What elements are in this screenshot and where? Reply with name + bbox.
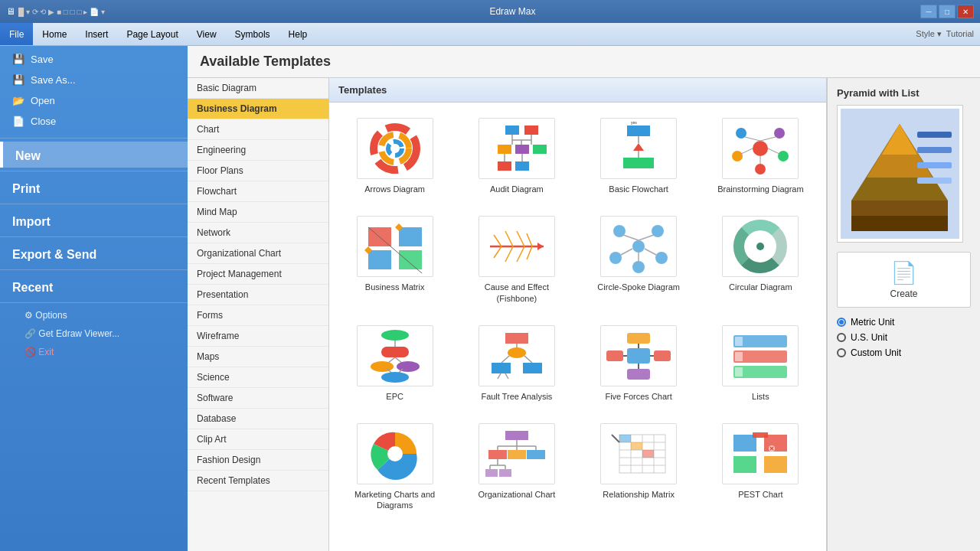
sidebar-exit[interactable]: 🚫 Exit [0,343,188,361]
template-circle-spoke[interactable]: Circle-Spoke Diagram [583,210,695,310]
menu-view[interactable]: View [188,23,226,45]
category-floor-plans[interactable]: Floor Plans [188,161,328,181]
template-audit-diagram[interactable]: Audit Diagram [460,112,573,201]
svg-line-80 [501,356,509,363]
svg-line-44 [517,231,524,246]
svg-line-56 [623,235,639,240]
custom-unit-dot [837,348,846,357]
menu-insert[interactable]: Insert [76,23,117,45]
category-flowchart[interactable]: Flowchart [188,181,328,202]
svg-rect-127 [631,442,642,450]
sidebar-new[interactable]: New [0,142,188,168]
template-fishbone[interactable]: Cause and Effect (Fishbone) [460,210,573,310]
sidebar-open[interactable]: 📂 Open [0,90,188,111]
menu-file[interactable]: File [0,23,33,45]
template-marketing[interactable]: Marketing Charts and Diagrams [338,417,451,517]
metric-unit-radio[interactable]: Metric Unit [837,317,971,328]
category-engineering[interactable]: Engineering [188,140,328,161]
category-fashion-design[interactable]: Fashion Design [188,450,328,471]
svg-line-59 [645,249,656,255]
template-arrows-diagram[interactable]: Arrows Diagram [338,112,451,201]
sidebar-save[interactable]: 💾 Save [0,49,188,70]
maximize-button[interactable]: □ [939,5,956,18]
template-org-chart[interactable]: Organizational Chart [460,417,573,517]
template-fault-tree[interactable]: Fault Tree Analysis [460,319,573,408]
close-button[interactable]: ✕ [957,5,974,18]
svg-point-25 [732,151,743,161]
category-database[interactable]: Database [188,409,328,429]
svg-rect-89 [627,333,650,344]
menu-home[interactable]: Home [33,23,76,45]
svg-rect-147 [851,201,948,216]
svg-point-54 [655,252,668,264]
svg-rect-3 [505,126,519,135]
template-brainstorming[interactable]: Brainstorming Diagram [704,112,817,201]
svg-line-81 [524,356,532,363]
category-wireframe[interactable]: Wireframe [188,326,328,347]
svg-rect-36 [399,250,422,269]
category-science[interactable]: Science [188,367,328,388]
minimize-button[interactable]: ─ [920,5,937,18]
svg-rect-35 [368,250,391,269]
template-label-rel-matrix: Relationship Matrix [603,489,675,500]
sidebar-save-as[interactable]: 💾 Save As... [0,70,188,90]
svg-line-49 [527,246,532,259]
sidebar-recent[interactable]: Recent [0,273,188,299]
svg-rect-143 [917,132,952,138]
menu-help[interactable]: Help [279,23,317,45]
category-org-chart[interactable]: Organizational Chart [188,243,328,264]
metric-unit-dot [837,318,846,327]
svg-rect-11 [533,145,547,154]
template-thumb-fault-tree [479,325,555,386]
sidebar-print[interactable]: Print [0,174,188,201]
template-basic-flowchart[interactable]: yes Basic Flowchart [583,112,695,201]
svg-rect-4 [524,126,538,135]
title-bar-left: 🖥 █ ▾ ⟳ ⟲ ▶ ■ □ □ □ ▸ 📄 ▾ [6,6,105,17]
sidebar-get-viewer[interactable]: 🔗 Get Edraw Viewer... [0,324,188,343]
category-software[interactable]: Software [188,388,328,409]
menu-page-layout[interactable]: Page Layout [117,23,187,45]
template-thumb-brainstorming [722,118,799,179]
category-business-diagram[interactable]: Business Diagram [188,99,328,119]
svg-rect-144 [917,147,952,153]
sidebar-options[interactable]: ⚙ Options [0,306,188,324]
template-business-matrix[interactable]: Business Matrix [338,210,451,310]
svg-rect-116 [499,469,511,477]
category-mind-map[interactable]: Mind Map [188,202,328,223]
svg-line-42 [494,235,501,246]
svg-rect-125 [619,435,631,442]
template-circular[interactable]: Circular Diagram [704,210,817,310]
category-basic-diagram[interactable]: Basic Diagram [188,78,328,99]
svg-text:yes: yes [631,120,637,125]
svg-point-27 [755,164,766,174]
category-recent-templates[interactable]: Recent Templates [188,471,328,491]
category-forms[interactable]: Forms [188,305,328,326]
sidebar-import[interactable]: Import [0,207,188,233]
custom-unit-radio[interactable]: Custom Unit [837,347,971,358]
template-epc[interactable]: EPC [338,319,451,408]
templates-area: Templates Arrows Diagram [329,78,827,551]
sidebar-close[interactable]: 📄 Close [0,111,188,132]
template-rel-matrix[interactable]: Relationship Matrix [583,417,695,517]
category-presentation[interactable]: Presentation [188,285,328,305]
template-pest[interactable]: PEST Chart [704,417,817,517]
category-chart[interactable]: Chart [188,119,328,140]
template-lists[interactable]: Lists [704,319,817,408]
main-layout: 💾 Save 💾 Save As... 📂 Open 📄 Close New P… [0,46,980,551]
svg-rect-82 [492,363,511,373]
category-project-mgmt[interactable]: Project Management [188,264,328,285]
svg-rect-145 [917,162,952,168]
us-unit-radio[interactable]: U.S. Unit [837,332,971,343]
svg-rect-87 [606,350,623,361]
sidebar-divider-1 [0,138,188,139]
category-network[interactable]: Network [188,223,328,243]
category-maps[interactable]: Maps [188,347,328,367]
menu-symbols[interactable]: Symbols [226,23,279,45]
category-clip-art[interactable]: Clip Art [188,429,328,450]
page-title: Available Templates [188,46,980,78]
template-five-forces[interactable]: Five Forces Chart [583,319,695,408]
create-button[interactable]: 📄 Create [837,252,971,308]
sidebar-export[interactable]: Export & Send [0,240,188,266]
svg-point-101 [387,446,403,461]
svg-line-43 [505,231,513,246]
